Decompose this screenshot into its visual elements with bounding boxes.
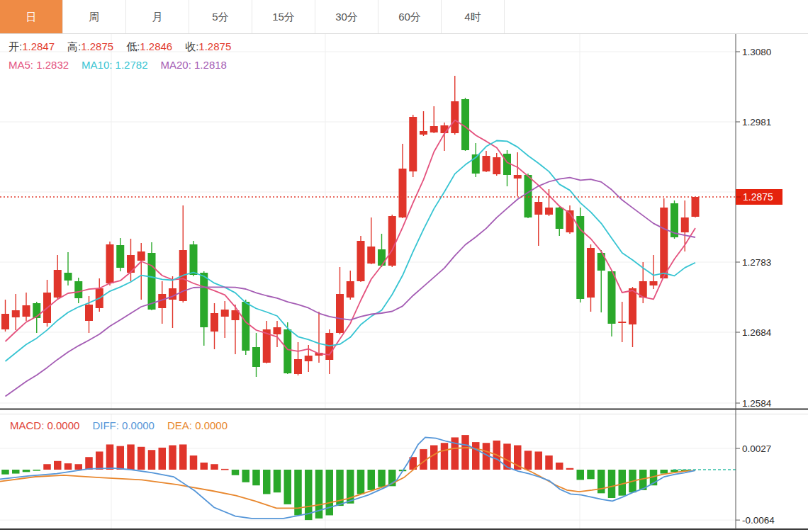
macd-bar: [242, 470, 250, 482]
tab-15分[interactable]: 15分: [252, 0, 315, 33]
tab-4时[interactable]: 4时: [442, 0, 505, 33]
macd-bar: [378, 470, 386, 487]
candle-body: [524, 175, 532, 217]
macd-bar: [221, 469, 229, 470]
macd-bar: [441, 443, 449, 470]
candle-body: [493, 157, 500, 174]
candle-body: [74, 281, 82, 298]
macd-bar: [263, 470, 271, 494]
tab-周[interactable]: 周: [63, 0, 126, 33]
candle-body: [650, 281, 658, 285]
macd-bar: [252, 470, 260, 485]
tab-5分[interactable]: 5分: [189, 0, 252, 33]
candle-body: [106, 244, 114, 283]
macd-bar: [23, 470, 30, 472]
candle-body: [85, 305, 93, 321]
macd-bar: [138, 447, 145, 470]
candle-body: [430, 126, 438, 132]
macd-bar: [608, 470, 616, 498]
candle-body: [378, 249, 386, 266]
candle-body: [556, 208, 563, 229]
candle-body: [451, 101, 459, 133]
candle-body: [252, 347, 260, 367]
candle-body: [211, 313, 218, 332]
candle-body: [409, 117, 417, 171]
macd-bar: [284, 470, 292, 504]
candle-body: [54, 270, 62, 298]
macd-bar: [461, 435, 469, 470]
tab-30分[interactable]: 30分: [315, 0, 378, 33]
trading-chart-app: 日周月5分15分30分60分4时 1.30801.29811.28821.278…: [0, 0, 808, 532]
current-price-tag-value: 1.2875: [743, 191, 773, 203]
candle-body: [420, 131, 427, 135]
tab-60分[interactable]: 60分: [378, 0, 442, 33]
macd-bar: [556, 463, 563, 470]
candle-body: [347, 281, 354, 298]
candle-body: [357, 241, 365, 281]
macd-bar: [274, 470, 281, 492]
candle-body: [294, 359, 302, 374]
price-axis-label: 1.2981: [742, 117, 771, 128]
macd-bar: [545, 455, 553, 470]
candle-body: [116, 245, 124, 268]
candle-body: [587, 248, 595, 298]
candle-body: [148, 253, 156, 310]
macd-bar: [211, 464, 218, 470]
macd-bar: [106, 444, 114, 470]
price-panel: [0, 76, 736, 397]
candle-body: [388, 216, 396, 266]
candle-body: [336, 294, 344, 333]
candle-body: [284, 329, 291, 373]
candle-body: [399, 169, 407, 217]
macd-bar: [148, 450, 156, 470]
price-axis-label: 1.3080: [742, 47, 771, 57]
candle-body: [169, 288, 176, 300]
macd-bar: [587, 470, 595, 479]
candle-body: [367, 247, 375, 264]
macd-bar: [577, 470, 585, 480]
candle-body: [274, 327, 281, 334]
macd-bar: [357, 470, 365, 494]
macd-bar: [179, 444, 187, 470]
tab-日[interactable]: 日: [0, 0, 63, 33]
candle-body: [608, 271, 616, 324]
macd-bar: [619, 470, 627, 496]
timeframe-tabbar: 日周月5分15分30分60分4时: [0, 0, 808, 34]
macd-bar: [566, 468, 574, 470]
macd-bar: [524, 451, 532, 470]
candlestick-chart-canvas[interactable]: 1.30801.29811.28821.27831.26841.25840.00…: [0, 0, 808, 532]
macd-bar: [43, 464, 51, 470]
price-axis-label: 1.2783: [742, 257, 771, 268]
candle-body: [545, 208, 553, 215]
macd-bar: [33, 470, 41, 471]
candle-body: [12, 310, 20, 317]
candle-body: [681, 217, 689, 232]
macd-bar: [1, 470, 9, 475]
macd-bar: [12, 470, 20, 474]
candle-body: [660, 208, 668, 278]
candle-body: [629, 288, 636, 324]
macd-bar: [472, 442, 480, 470]
candle-body: [138, 251, 145, 261]
macd-bar: [159, 448, 167, 470]
candle-body: [692, 197, 700, 217]
candle-body: [190, 244, 198, 275]
macd-axis-label: -0.0064: [742, 515, 775, 526]
candle-body: [64, 273, 72, 281]
candle-body: [534, 202, 542, 215]
macd-bar: [201, 463, 208, 470]
candle-body: [483, 156, 490, 171]
macd-bar: [64, 463, 72, 470]
macd-bar: [85, 457, 93, 470]
macd-bar: [190, 455, 198, 470]
macd-bar: [169, 446, 176, 470]
macd-bar: [96, 451, 103, 470]
candle-body: [1, 314, 9, 329]
price-axis-label: 1.2684: [742, 327, 772, 338]
tab-月[interactable]: 月: [126, 0, 189, 33]
macd-bar: [430, 446, 438, 470]
candle-body: [221, 310, 229, 317]
candle-body: [305, 356, 313, 361]
macd-axis-label: 0.0027: [742, 443, 771, 454]
price-axis-label: 1.2584: [742, 398, 772, 409]
